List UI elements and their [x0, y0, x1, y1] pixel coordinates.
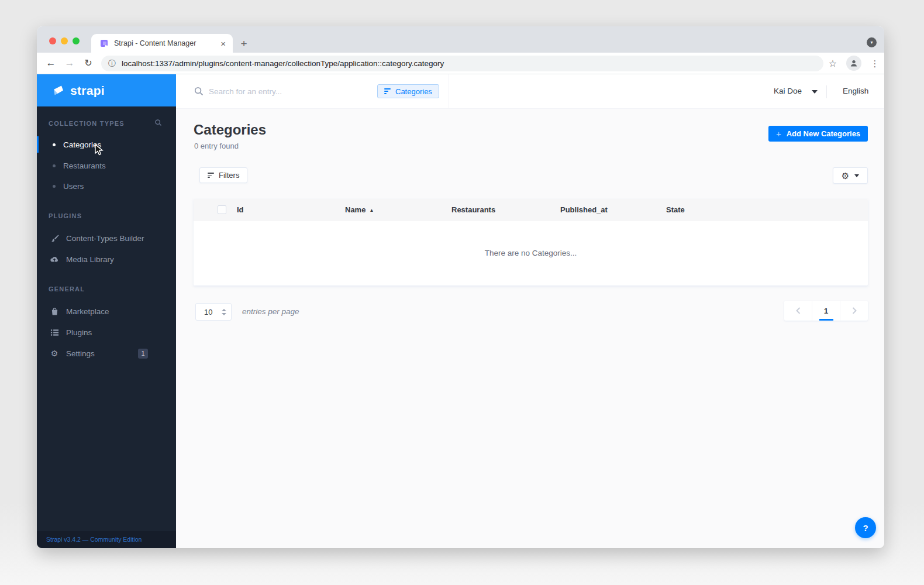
- select-all-checkbox[interactable]: [218, 205, 226, 214]
- language-selector[interactable]: English: [843, 87, 868, 95]
- column-header-id[interactable]: Id: [237, 199, 244, 221]
- browser-tab[interactable]: Strapi - Content Manager ×: [91, 34, 233, 53]
- sidebar-item-users[interactable]: Users: [37, 176, 176, 196]
- current-page-number: 1: [824, 307, 829, 315]
- search-input[interactable]: [209, 83, 367, 99]
- site-info-icon[interactable]: ⓘ: [108, 58, 116, 69]
- new-tab-button[interactable]: +: [236, 36, 251, 51]
- sidebar-item-label: Users: [63, 182, 84, 191]
- sidebar-item-categories[interactable]: Categories: [37, 135, 176, 154]
- url-bar[interactable]: ⓘ localhost:1337/admin/plugins/content-m…: [101, 56, 823, 71]
- chevron-down-icon[interactable]: [812, 90, 818, 94]
- page-number-button[interactable]: 1: [812, 301, 840, 321]
- categories-table: Id Name▲ Restaurants Published_at State …: [194, 199, 868, 285]
- next-page-button[interactable]: [840, 301, 868, 321]
- filter-chip-categories[interactable]: Categories: [377, 84, 439, 98]
- bullet-icon: [53, 185, 56, 188]
- sidebar-item-label: Restaurants: [63, 161, 106, 170]
- chevron-left-icon: [795, 307, 801, 315]
- strapi-logo[interactable]: strapi: [37, 74, 176, 106]
- window-close-button[interactable]: [49, 37, 56, 44]
- strapi-favicon-icon: [99, 39, 109, 48]
- active-page-indicator: [819, 319, 833, 321]
- help-button[interactable]: ?: [855, 517, 876, 538]
- section-heading-collection-types: COLLECTION TYPES: [49, 119, 166, 128]
- shopping-bag-icon: [50, 307, 59, 316]
- strapi-admin-app: strapi COLLECTION TYPES Categories Resta…: [37, 74, 884, 548]
- forward-icon[interactable]: →: [62, 53, 77, 74]
- general-heading-label: GENERAL: [49, 285, 85, 292]
- sidebar-search-icon[interactable]: [154, 119, 162, 128]
- filters-button[interactable]: Filters: [199, 167, 247, 183]
- cloud-upload-icon: [50, 254, 59, 264]
- main-header: Categories Kai Doe English: [176, 74, 884, 109]
- entries-per-page-label: entries per page: [242, 307, 299, 316]
- tab-title: Strapi - Content Manager: [114, 39, 220, 47]
- table-header-row: Id Name▲ Restaurants Published_at State: [194, 199, 868, 221]
- add-new-categories-button[interactable]: + Add New Categories: [768, 126, 868, 142]
- previous-page-button[interactable]: [784, 301, 812, 321]
- sidebar-item-plugins[interactable]: Plugins: [37, 322, 176, 342]
- header-divider: [449, 74, 449, 109]
- table-settings-button[interactable]: ⚙: [833, 167, 868, 184]
- filters-button-label: Filters: [219, 171, 239, 180]
- column-header-label: Name: [345, 205, 366, 214]
- sidebar: strapi COLLECTION TYPES Categories Resta…: [37, 74, 176, 548]
- sort-ascending-icon: ▲: [369, 199, 374, 221]
- entry-count: 0 entry found: [194, 142, 239, 150]
- bookmark-star-icon[interactable]: ☆: [825, 53, 840, 74]
- add-button-label: Add New Categories: [787, 129, 860, 138]
- window-minimize-button[interactable]: [61, 37, 68, 44]
- pagination: 1: [784, 301, 868, 321]
- settings-badge: 1: [138, 349, 148, 359]
- entries-per-page-select[interactable]: 10: [195, 303, 232, 321]
- strapi-logo-text: strapi: [70, 84, 105, 98]
- reload-icon[interactable]: ↻: [81, 53, 96, 74]
- search-icon: [194, 87, 204, 98]
- column-header-restaurants[interactable]: Restaurants: [451, 199, 495, 221]
- window-zoom-button[interactable]: [73, 37, 80, 44]
- sidebar-item-label: Media Library: [66, 255, 114, 264]
- chevron-right-icon: [851, 307, 857, 315]
- active-indicator: [37, 136, 39, 153]
- tab-search-icon[interactable]: ▾: [867, 37, 877, 47]
- desktop-background: Strapi - Content Manager × + ▾ ← → ↻ ⓘ l…: [0, 0, 924, 585]
- sidebar-item-settings[interactable]: ⚙ Settings 1: [37, 343, 176, 363]
- back-icon[interactable]: ←: [43, 53, 58, 74]
- sidebar-footer-version[interactable]: Strapi v3.4.2 — Community Edition: [37, 531, 176, 548]
- sidebar-item-media-library[interactable]: Media Library: [37, 249, 176, 269]
- sidebar-item-marketplace[interactable]: Marketplace: [37, 301, 176, 321]
- entries-per-page-value: 10: [204, 308, 212, 316]
- browser-menu-icon[interactable]: ⋮: [867, 53, 882, 74]
- tab-close-icon[interactable]: ×: [220, 39, 226, 49]
- page-title: Categories: [194, 122, 266, 138]
- empty-table-message: There are no Categories...: [194, 221, 868, 285]
- chevron-down-icon: [854, 174, 859, 177]
- section-heading-plugins: PLUGINS: [49, 212, 166, 219]
- bullet-icon: [53, 164, 56, 167]
- browser-profile-icon[interactable]: [846, 56, 861, 71]
- column-header-published-at[interactable]: Published_at: [560, 199, 608, 221]
- list-icon: [50, 328, 59, 337]
- content-area: Categories 0 entry found + Add New Categ…: [176, 109, 884, 548]
- section-heading-general: GENERAL: [49, 285, 166, 292]
- browser-window: Strapi - Content Manager × + ▾ ← → ↻ ⓘ l…: [37, 26, 884, 548]
- filter-chip-label: Categories: [395, 87, 432, 96]
- sidebar-item-label: Marketplace: [66, 307, 109, 316]
- column-header-state[interactable]: State: [666, 199, 685, 221]
- plugins-heading-label: PLUGINS: [49, 212, 82, 219]
- url-text: localhost:1337/admin/plugins/content-man…: [122, 59, 444, 68]
- browser-tabstrip: Strapi - Content Manager × + ▾: [37, 26, 884, 53]
- browser-toolbar: ← → ↻ ⓘ localhost:1337/admin/plugins/con…: [37, 53, 884, 74]
- gear-icon: ⚙: [842, 171, 849, 180]
- plus-icon: +: [776, 129, 781, 139]
- strapi-logo-icon: [52, 85, 65, 97]
- sidebar-item-label: Categories: [63, 140, 101, 149]
- filter-icon: [208, 171, 214, 180]
- sidebar-item-label: Plugins: [66, 328, 92, 337]
- column-header-name[interactable]: Name▲: [345, 199, 374, 221]
- user-menu[interactable]: Kai Doe: [774, 87, 802, 95]
- sidebar-item-restaurants[interactable]: Restaurants: [37, 156, 176, 176]
- sidebar-item-label: Settings: [66, 349, 95, 358]
- sidebar-item-content-types-builder[interactable]: Content-Types Builder: [37, 228, 176, 248]
